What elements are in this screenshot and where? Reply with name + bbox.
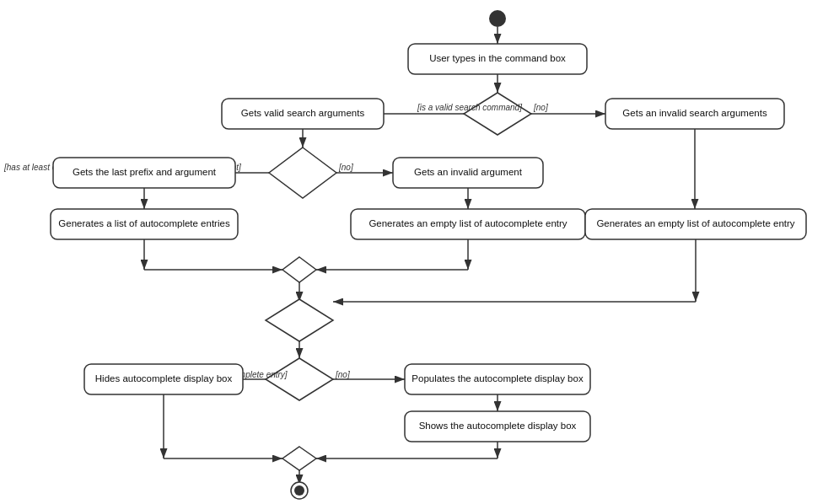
gets-last-prefix-label: Gets the last prefix and argument	[73, 167, 217, 177]
gets-valid-label: Gets valid search arguments	[241, 108, 365, 118]
merge1	[282, 257, 316, 282]
populates-label: Populates the autocomplete display box	[412, 373, 584, 383]
hides-label: Hides autocomplete display box	[95, 373, 233, 383]
user-types-label: User types in the command box	[429, 53, 566, 63]
generates-list-label: Generates a list of autocomplete entries	[58, 218, 230, 228]
decision1	[464, 93, 531, 135]
gets-invalid-arg-label: Gets an invalid argument	[414, 167, 523, 177]
generates-empty2-label: Generates an empty list of autocomplete …	[596, 218, 794, 228]
gets-invalid-label: Gets an invalid search arguments	[622, 108, 767, 118]
start-node	[489, 10, 506, 27]
decision2	[269, 147, 336, 198]
guard-no3: [no]	[335, 370, 350, 379]
shows-label: Shows the autocomplete display box	[419, 421, 577, 431]
guard-no1: [no]	[533, 103, 548, 112]
generates-empty1-label: Generates an empty list of autocomplete …	[368, 218, 567, 228]
decision3	[266, 358, 333, 400]
final-merge	[282, 447, 316, 470]
guard-valid-search: [is a valid search command]	[417, 103, 522, 112]
end-inner	[294, 485, 304, 496]
guard-no2: [no]	[338, 163, 353, 172]
merge2	[266, 299, 333, 341]
